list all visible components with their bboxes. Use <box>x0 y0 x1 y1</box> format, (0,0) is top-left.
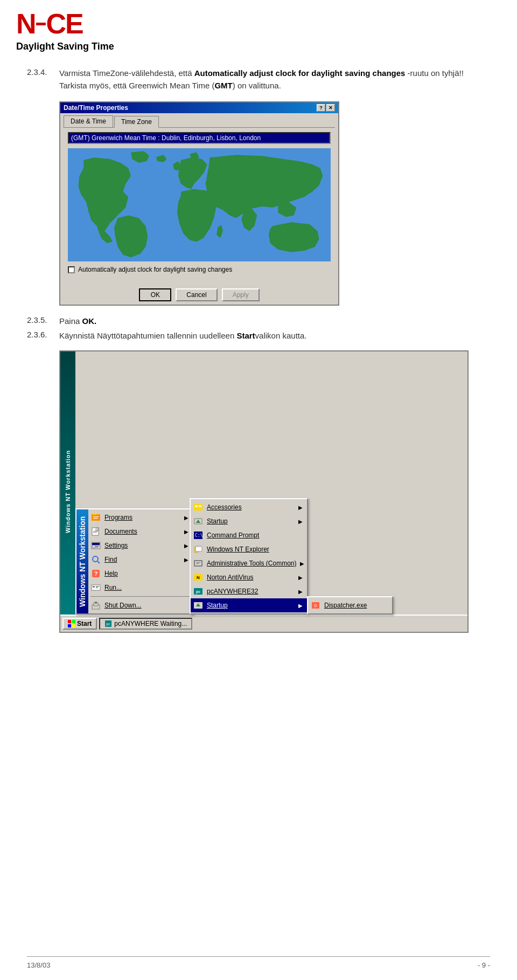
documents-label: Documents <box>104 528 181 535</box>
dispatcher-icon: D <box>310 600 321 611</box>
svg-rect-23 <box>95 602 97 604</box>
daylight-checkbox[interactable] <box>68 266 75 273</box>
submenu-startup[interactable]: Startup ▶ <box>191 514 307 528</box>
svg-text:pc: pc <box>107 622 111 626</box>
ntexplorer-icon <box>193 544 204 555</box>
menu-item-documents[interactable]: Documents ▶ <box>88 524 193 539</box>
taskbar: Start pc pcANYWHERE Waiting... <box>60 615 467 632</box>
taskbar-area: Windows NT Workstation Windows NT Workst… <box>60 351 467 632</box>
step-235-bold: OK. <box>82 316 97 326</box>
accessories-label: Accessories <box>207 503 295 511</box>
menu-item-programs[interactable]: Programs ▶ <box>88 510 193 524</box>
cmdprompt-label: Command Prompt <box>207 532 303 539</box>
timezone-select[interactable]: (GMT) Greenwich Mean Time : Dublin, Edin… <box>68 132 331 144</box>
step-236-bold: Start <box>236 331 255 340</box>
svg-text:C:\>: C:\> <box>195 533 203 538</box>
help-label: Help <box>104 570 188 577</box>
taskbar-pcanywhere-label: pcANYWHERE Waiting... <box>114 620 187 627</box>
cancel-button[interactable]: Cancel <box>176 288 217 301</box>
dialog-tabs: Date & Time Time Zone <box>60 113 338 127</box>
step-234-number: 2.3.4. <box>27 67 59 77</box>
apply-button[interactable]: Apply <box>222 288 260 301</box>
footer-page: - 9 - <box>478 961 490 969</box>
norton-arrow: ▶ <box>298 575 303 581</box>
dialog-controls: ? ✕ <box>317 104 335 112</box>
submenu-accessories[interactable]: Accessories ▶ <box>191 500 307 514</box>
programs-label: Programs <box>104 514 181 521</box>
svg-rect-26 <box>199 505 201 507</box>
svg-text:pc: pc <box>196 590 200 594</box>
submenu-norton[interactable]: N Norton AntiVirus ▶ <box>191 570 307 584</box>
svg-rect-47 <box>72 620 75 623</box>
submenu-admin-tools[interactable]: Administrative Tools (Common) ▶ <box>191 556 307 570</box>
menu-item-run[interactable]: Run... <box>88 581 193 595</box>
menu-item-find[interactable]: Find ▶ <box>88 553 193 567</box>
dialog-body: (GMT) Greenwich Mean Time : Dublin, Edin… <box>64 127 335 282</box>
menu-divider <box>90 596 191 597</box>
settings-label: Settings <box>104 542 181 549</box>
submenu-nt-explorer[interactable]: Windows NT Explorer <box>191 542 307 556</box>
menu-item-help[interactable]: ? Help <box>88 567 193 581</box>
dispatcher-label: Dispatcher.exe <box>324 602 388 609</box>
step-235-text: Paina OK. <box>59 315 490 328</box>
svg-rect-33 <box>196 547 201 551</box>
start-menu: Windows NT Workstation Programs ▶ <box>75 508 194 615</box>
page-subtitle: Daylight Saving Time <box>16 41 501 52</box>
settings-icon <box>90 540 101 551</box>
admintools-icon <box>193 558 204 569</box>
startup2-arrow: ▶ <box>298 603 303 609</box>
run-icon <box>90 582 101 593</box>
svg-rect-25 <box>195 505 198 507</box>
svg-rect-4 <box>93 518 97 519</box>
shutdown-icon <box>90 600 101 611</box>
taskbar-pcanywhere[interactable]: pc pcANYWHERE Waiting... <box>99 618 192 630</box>
nice-logo: NCE <box>16 10 501 38</box>
svg-rect-37 <box>196 563 199 564</box>
submenu-startup2[interactable]: Startup ▶ <box>191 598 307 612</box>
step-236-number: 2.3.6. <box>27 330 59 342</box>
dialog-close-button[interactable]: ✕ <box>326 104 335 112</box>
startup2-icon <box>193 600 204 611</box>
checkbox-row: Automatically adjust clock for daylight … <box>68 266 331 273</box>
submenu-command-prompt[interactable]: C:\> Command Prompt <box>191 528 307 542</box>
pcanywhere-arrow: ▶ <box>298 589 303 595</box>
pcanywhere-icon: pc <box>193 586 204 597</box>
pcanywhere-label: pcANYWHERE32 <box>207 588 295 595</box>
svg-rect-36 <box>196 562 200 563</box>
submenu-pcanywhere[interactable]: pc pcANYWHERE32 ▶ <box>191 584 307 598</box>
page-header: NCE Daylight Saving Time <box>0 0 517 57</box>
page-footer: 13/8/03 - 9 - <box>27 956 490 969</box>
step-234: 2.3.4. Varmista TimeZone-välilehdestä, e… <box>27 67 490 92</box>
svg-rect-2 <box>93 513 96 515</box>
step-236: 2.3.6. Käynnistä Näyttötapahtumien talle… <box>27 330 490 342</box>
svg-rect-3 <box>93 516 99 517</box>
win-nt-label: Windows NT Workstation <box>65 450 71 533</box>
svg-rect-10 <box>93 546 95 548</box>
step-234-text: Varmista TimeZone-välilehdestä, että Aut… <box>59 67 490 92</box>
svg-point-13 <box>93 556 98 562</box>
svg-text:D: D <box>314 604 317 608</box>
admintools-arrow: ▶ <box>300 561 304 567</box>
cmdprompt-icon: C:\> <box>193 530 204 541</box>
start-button[interactable]: Start <box>62 618 97 630</box>
tab-time-zone[interactable]: Time Zone <box>114 116 159 128</box>
dialog-titlebar: Date/Time Properties ? ✕ <box>60 102 338 113</box>
svg-rect-9 <box>92 543 100 545</box>
documents-arrow: ▶ <box>184 529 188 535</box>
startup-arrow: ▶ <box>298 519 303 524</box>
menu-item-shutdown[interactable]: Shut Down... <box>88 598 193 612</box>
menu-item-settings[interactable]: Settings ▶ <box>88 539 193 553</box>
ntexplorer-label: Windows NT Explorer <box>207 546 303 553</box>
documents-icon <box>90 526 101 537</box>
help-icon: ? <box>90 568 101 579</box>
dialog-help-button[interactable]: ? <box>317 104 325 112</box>
step-235-number: 2.3.5. <box>27 315 59 328</box>
step-234-bold2: GMT <box>214 81 232 90</box>
tab-date-time[interactable]: Date & Time <box>64 115 113 127</box>
svg-rect-20 <box>96 588 98 589</box>
svg-rect-46 <box>68 620 71 623</box>
svg-rect-19 <box>96 586 99 587</box>
submenu-dispatcher[interactable]: D Dispatcher.exe <box>308 598 392 612</box>
ok-button[interactable]: OK <box>139 288 171 301</box>
svg-rect-12 <box>95 547 98 548</box>
